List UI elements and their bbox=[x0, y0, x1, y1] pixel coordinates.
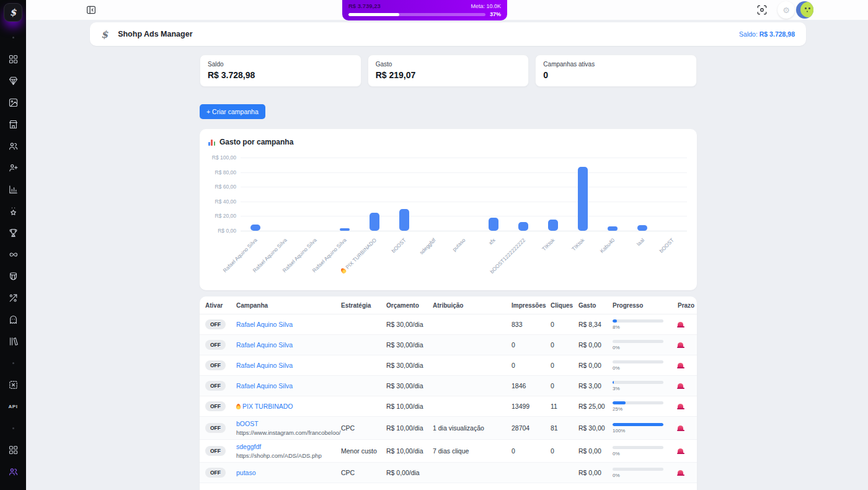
sidebar-item-user-plus[interactable] bbox=[0, 157, 26, 179]
cell-progresso: 0% bbox=[611, 446, 676, 457]
stat-card-saldo: Saldo R$ 3.728,98 bbox=[200, 55, 361, 87]
sidebar-item-bar-chart[interactable] bbox=[0, 179, 26, 200]
campaign-toggle[interactable]: OFF bbox=[205, 360, 226, 370]
panel-collapse-icon bbox=[86, 4, 97, 16]
campaign-toggle[interactable]: OFF bbox=[205, 468, 226, 478]
ghost-icon bbox=[8, 314, 19, 325]
column-header: Prazo bbox=[676, 302, 697, 309]
cell-gasto: R$ 3,00 bbox=[577, 382, 611, 390]
cell-gasto: R$ 0,00 bbox=[577, 341, 611, 349]
table-row: OFFRafael Aquino SilvaR$ 30,00/dia8330R$… bbox=[200, 314, 697, 335]
cell-cliques: 0 bbox=[549, 362, 577, 369]
siren-icon bbox=[678, 322, 683, 327]
stat-label: Saldo bbox=[208, 61, 353, 68]
campaign-toggle[interactable]: OFF bbox=[205, 401, 226, 411]
sidebar: $ API bbox=[0, 0, 26, 490]
x-axis-label: sdeggfdf bbox=[418, 237, 437, 256]
campaign-link[interactable]: Rafael Aquino Silva bbox=[236, 321, 293, 328]
table-row: OFFbOOSThttps://www.instagram.com/franco… bbox=[200, 417, 697, 440]
campaign-link[interactable]: Rafael Aquino Silva bbox=[236, 362, 293, 369]
cell-cliques: 0 bbox=[549, 341, 577, 349]
chart-bar bbox=[548, 220, 558, 231]
cell-progresso: 0% bbox=[611, 468, 676, 478]
chart-gridline bbox=[241, 216, 687, 216]
sidebar-item-gem[interactable] bbox=[0, 70, 26, 92]
campaign-toggle[interactable]: OFF bbox=[205, 446, 226, 456]
cell-progresso: 100% bbox=[611, 423, 676, 434]
cell-prazo bbox=[676, 403, 697, 410]
flame-icon bbox=[340, 267, 347, 274]
sidebar-item-grid[interactable] bbox=[0, 439, 26, 461]
x-axis-label: Kabu40 bbox=[598, 237, 616, 254]
store-icon bbox=[8, 119, 19, 130]
campaign-toggle[interactable]: OFF bbox=[205, 423, 226, 433]
sidebar-item-star[interactable] bbox=[0, 200, 26, 222]
siren-icon bbox=[678, 425, 683, 430]
stat-card-gasto: Gasto R$ 219,07 bbox=[368, 55, 529, 87]
campaign-toggle[interactable]: OFF bbox=[205, 340, 226, 350]
create-campaign-button[interactable]: + Criar campanha bbox=[200, 104, 265, 119]
cell-impressoes: 1846 bbox=[510, 382, 549, 390]
app-logo[interactable]: $ bbox=[4, 3, 22, 22]
cell-prazo bbox=[676, 447, 697, 455]
trophy-icon bbox=[8, 228, 19, 238]
sidebar-collapse-button[interactable] bbox=[86, 4, 97, 16]
cell-progresso: 25% bbox=[611, 401, 676, 412]
x-axis-label: TIKtok bbox=[541, 237, 556, 252]
user-avatar[interactable] bbox=[796, 1, 813, 19]
chart-bar bbox=[340, 228, 350, 231]
header-balance: Saldo: R$ 3.728,98 bbox=[739, 30, 795, 38]
y-axis-tick: R$ 100,00 bbox=[212, 154, 236, 161]
header-card: $ Shohp Ads Manager Saldo: R$ 3.728,98 bbox=[90, 22, 806, 46]
progress-bar bbox=[613, 340, 663, 343]
sidebar-item-box-x[interactable] bbox=[0, 374, 26, 396]
chart-title-text: Gasto por campanha bbox=[219, 138, 293, 146]
table-row: OFFsdeggfdfhttps://shohp.com/ADS/ADS.php… bbox=[200, 440, 697, 463]
column-header: Campanha bbox=[234, 302, 339, 309]
progress-label: 0% bbox=[613, 473, 676, 478]
sidebar-item-users[interactable] bbox=[0, 461, 26, 483]
sidebar-item-grid[interactable] bbox=[0, 48, 26, 70]
sidebar-item-store[interactable] bbox=[0, 114, 26, 135]
grid-icon bbox=[8, 445, 19, 455]
balance-value: R$ 3.728,98 bbox=[760, 30, 795, 38]
campaign-link[interactable]: bOOST bbox=[236, 420, 259, 427]
siren-icon bbox=[678, 404, 683, 409]
campaign-url: https://www.instagram.com/francobeloo/ bbox=[236, 429, 339, 436]
sidebar-item-image[interactable] bbox=[0, 92, 26, 114]
campaign-link[interactable]: putaso bbox=[236, 469, 256, 476]
sidebar-item-drum[interactable] bbox=[0, 265, 26, 287]
campaign-toggle[interactable]: OFF bbox=[205, 381, 226, 391]
column-header: Progresso bbox=[611, 302, 676, 309]
users-icon bbox=[8, 141, 19, 151]
chart-bar bbox=[608, 226, 618, 231]
cell-orcamento: R$ 10,00/dia bbox=[384, 424, 431, 432]
user-plus-icon bbox=[8, 163, 19, 173]
settings-button[interactable]: ⚙ bbox=[777, 1, 795, 19]
stats-row: Saldo R$ 3.728,98 Gasto R$ 219,07 Campan… bbox=[200, 55, 697, 87]
chart-bar bbox=[518, 222, 528, 231]
dot-icon bbox=[12, 427, 14, 429]
campaign-link[interactable]: PIX TURBINADO bbox=[236, 403, 293, 410]
cell-impressoes: 833 bbox=[510, 321, 549, 328]
sidebar-item-users[interactable] bbox=[0, 135, 26, 157]
cell-orcamento: R$ 30,00/dia bbox=[384, 321, 431, 328]
grid-icon bbox=[8, 54, 19, 65]
sidebar-item-ghost[interactable] bbox=[0, 309, 26, 331]
y-axis-tick: R$ 40,00 bbox=[215, 198, 237, 205]
campaign-toggle[interactable]: OFF bbox=[205, 319, 226, 329]
infinity-icon bbox=[8, 249, 19, 260]
goal-current-value: R$ 3.739,23 bbox=[348, 2, 381, 9]
goal-meta-label: Meta: 10.0K bbox=[471, 3, 501, 9]
cell-cliques: 11 bbox=[549, 403, 577, 410]
campaign-link[interactable]: sdeggfdf bbox=[236, 443, 261, 450]
sidebar-item-infinity[interactable] bbox=[0, 244, 26, 265]
campaign-link[interactable]: Rafael Aquino Silva bbox=[236, 341, 293, 349]
campaign-link[interactable]: Rafael Aquino Silva bbox=[236, 382, 293, 390]
cell-orcamento: R$ 30,00/dia bbox=[384, 382, 431, 390]
sidebar-item-percent-arrow[interactable] bbox=[0, 287, 26, 309]
sidebar-item-trophy[interactable] bbox=[0, 222, 26, 244]
sidebar-item-library[interactable] bbox=[0, 331, 26, 352]
fullscreen-scan-button[interactable] bbox=[756, 4, 768, 16]
sidebar-item-api[interactable]: API bbox=[0, 396, 26, 417]
